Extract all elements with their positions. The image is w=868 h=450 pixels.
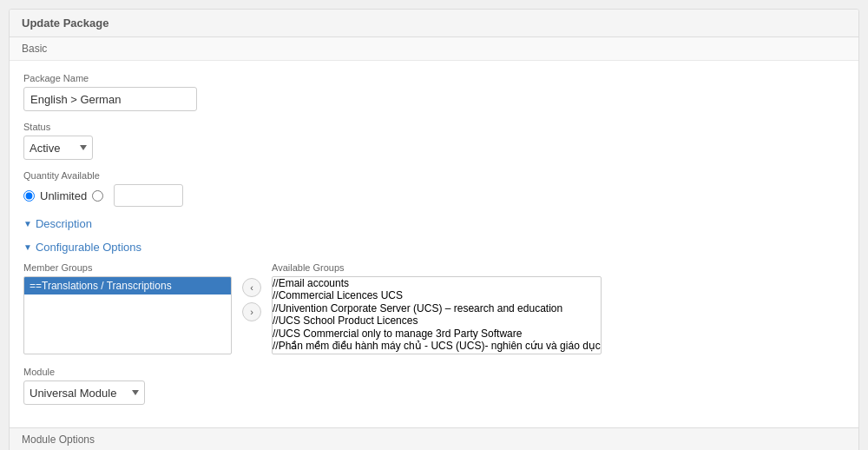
configurable-toggle[interactable]: ▼ Configurable Options — [23, 241, 845, 254]
list-item[interactable]: //Commercial Licences UCS — [273, 289, 601, 301]
panel-header: Update Package — [10, 10, 858, 37]
module-label: Module — [23, 367, 845, 377]
transfer-buttons-group: ‹ › — [239, 278, 265, 321]
module-options-label: Module Options — [22, 433, 95, 446]
member-group-item[interactable]: ==Translations / Transcriptions — [24, 277, 231, 294]
panel-title: Update Package — [22, 17, 108, 30]
package-name-input[interactable] — [23, 87, 197, 111]
unlimited-radio[interactable] — [23, 190, 35, 202]
basic-section-label: Basic — [22, 43, 47, 55]
description-toggle[interactable]: ▼ Description — [23, 217, 845, 230]
list-item[interactable]: //Phần mềm điều hành máy chủ - UCS (UCS)… — [273, 340, 601, 352]
transfer-left-button[interactable]: ‹ — [242, 278, 261, 297]
list-item[interactable]: //Univention Corporate Server (UCS) – re… — [273, 302, 601, 314]
configurable-arrow-icon: ▼ — [23, 242, 32, 252]
module-options-bar: Module Options — [10, 427, 858, 450]
basic-section-header: Basic — [10, 37, 858, 61]
quantity-input[interactable] — [114, 184, 183, 207]
module-select[interactable]: Universal Module — [23, 381, 145, 405]
quantity-label: Quantity Available — [23, 170, 845, 181]
page-wrapper: Update Package Basic Package Name Status… — [0, 9, 868, 450]
quantity-group: Quantity Available Unlimited — [23, 170, 845, 207]
configurable-section: ▼ Configurable Options Member Groups ==T… — [23, 241, 845, 405]
description-arrow-icon: ▼ — [23, 219, 32, 228]
unlimited-label: Unlimited — [40, 189, 87, 202]
list-item[interactable]: //Email accounts — [273, 277, 601, 289]
description-label: Description — [36, 217, 92, 230]
available-groups-list[interactable]: //Email accounts //Commercial Licences U… — [272, 276, 602, 354]
available-groups-section: Available Groups //Email accounts //Comm… — [272, 262, 602, 354]
status-label: Status — [23, 122, 845, 132]
description-group: ▼ Description — [23, 217, 845, 230]
panel-body: Package Name Status Active Inactive Quan… — [10, 61, 858, 417]
member-groups-section: Member Groups ==Translations / Transcrip… — [23, 262, 232, 354]
available-groups-container: //Email accounts //Commercial Licences U… — [272, 276, 602, 354]
groups-container: Member Groups ==Translations / Transcrip… — [23, 262, 845, 354]
list-item[interactable]: //UCS Commercial only to manage 3rd Part… — [273, 328, 601, 340]
configurable-label: Configurable Options — [36, 241, 141, 254]
list-item[interactable]: //UCS School Product Licences — [273, 314, 601, 327]
member-groups-list[interactable]: ==Translations / Transcriptions — [23, 276, 232, 354]
chevron-right-icon: › — [250, 307, 253, 317]
transfer-right-button[interactable]: › — [242, 302, 261, 321]
status-group: Status Active Inactive — [23, 122, 845, 160]
member-groups-label: Member Groups — [23, 262, 232, 273]
package-name-label: Package Name — [23, 73, 845, 83]
chevron-left-icon: ‹ — [250, 282, 253, 293]
package-name-group: Package Name — [23, 73, 845, 111]
status-select[interactable]: Active Inactive — [23, 136, 93, 160]
quantity-radio-group: Unlimited — [23, 184, 845, 207]
main-panel: Update Package Basic Package Name Status… — [9, 9, 859, 450]
module-section: Module Universal Module — [23, 367, 845, 405]
available-groups-label: Available Groups — [272, 262, 602, 273]
limited-radio[interactable] — [92, 190, 103, 202]
